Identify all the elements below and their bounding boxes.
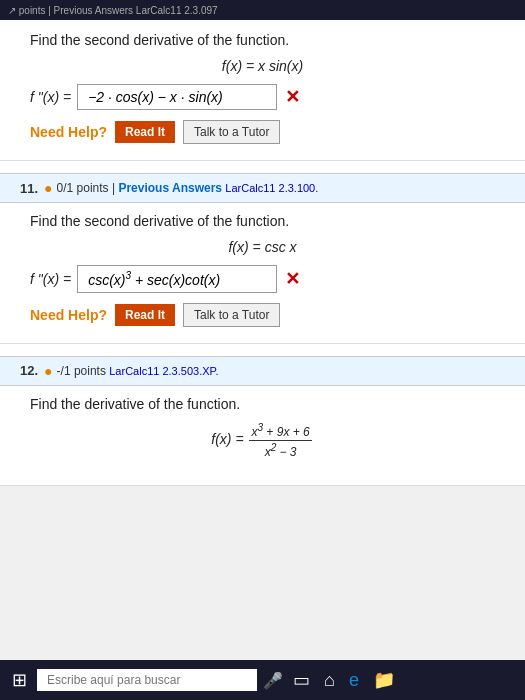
problem-12-number: 12. — [20, 363, 38, 378]
problem-11-deriv-label: f "(x) = — [30, 271, 71, 287]
problem-11-instruction: Find the second derivative of the functi… — [30, 213, 505, 229]
home-icon[interactable]: ⌂ — [320, 666, 339, 695]
microphone-icon[interactable]: 🎤 — [263, 671, 283, 690]
top-bar-text: ↗ points | Previous Answers LarCalc11 2.… — [8, 5, 218, 16]
taskbar: ⊞ 🎤 ▭ ⌂ e 📁 — [0, 660, 525, 700]
problem-11-section: 11. ● 0/1 points | Previous Answers LarC… — [0, 161, 525, 344]
problem-12-function: f(x) = x3 + 9x + 6 x2 − 3 — [20, 422, 505, 459]
talk-tutor-button-11[interactable]: Talk to a Tutor — [183, 303, 280, 327]
problem-12-points: -/1 points LarCalc11 2.3.503.XP. — [57, 364, 219, 378]
problem-11-header: 11. ● 0/1 points | Previous Answers LarC… — [0, 173, 525, 203]
problem-11-function: f(x) = csc x — [20, 239, 505, 255]
bullet-icon-12: ● — [44, 363, 52, 379]
problem-10-answer-box: −2 · cos(x) − x · sin(x) — [77, 84, 277, 110]
problem-10-instruction: Find the second derivative of the functi… — [30, 32, 505, 48]
wrong-mark-10: ✕ — [285, 86, 300, 108]
edge-icon[interactable]: e — [345, 666, 363, 695]
problem-10-help-row: Need Help? Read It Talk to a Tutor — [30, 120, 505, 144]
problem-12-section: 12. ● -/1 points LarCalc11 2.3.503.XP. F… — [0, 344, 525, 486]
problem-12-instruction: Find the derivative of the function. — [30, 396, 505, 412]
problem-10-derivative-line: f "(x) = −2 · cos(x) − x · sin(x) ✕ — [30, 84, 505, 110]
calc-ref-12: LarCalc11 2.3.503.XP. — [109, 365, 218, 377]
problem-11-points: 0/1 points | Previous Answers LarCalc11 … — [57, 181, 319, 195]
calc-ref-11: LarCalc11 2.3.100. — [225, 182, 318, 194]
need-help-label-11: Need Help? — [30, 307, 107, 323]
taskbar-search-input[interactable] — [37, 669, 257, 691]
read-it-button-11[interactable]: Read It — [115, 304, 175, 326]
problem-11-derivative-line: f "(x) = csc(x)3 + sec(x)cot(x) ✕ — [30, 265, 505, 293]
task-view-icon[interactable]: ▭ — [289, 665, 314, 695]
read-it-button-10[interactable]: Read It — [115, 121, 175, 143]
talk-tutor-button-10[interactable]: Talk to a Tutor — [183, 120, 280, 144]
bullet-icon-11: ● — [44, 180, 52, 196]
problem-10-function: f(x) = x sin(x) — [20, 58, 505, 74]
windows-icon[interactable]: ⊞ — [8, 665, 31, 695]
problem-12-fraction: x3 + 9x + 6 x2 − 3 — [249, 422, 311, 459]
problem-10-section: Find the second derivative of the functi… — [0, 20, 525, 161]
problem-11-answer-box: csc(x)3 + sec(x)cot(x) — [77, 265, 277, 293]
problem-11-number: 11. — [20, 181, 38, 196]
wrong-mark-11: ✕ — [285, 268, 300, 290]
prev-answers-11: Previous Answers — [118, 181, 222, 195]
need-help-label-10: Need Help? — [30, 124, 107, 140]
folder-icon[interactable]: 📁 — [369, 665, 399, 695]
problem-12-header: 12. ● -/1 points LarCalc11 2.3.503.XP. — [0, 356, 525, 386]
top-navigation-bar: ↗ points | Previous Answers LarCalc11 2.… — [0, 0, 525, 20]
problem-11-help-row: Need Help? Read It Talk to a Tutor — [30, 303, 505, 327]
problem-10-deriv-label: f "(x) = — [30, 89, 71, 105]
